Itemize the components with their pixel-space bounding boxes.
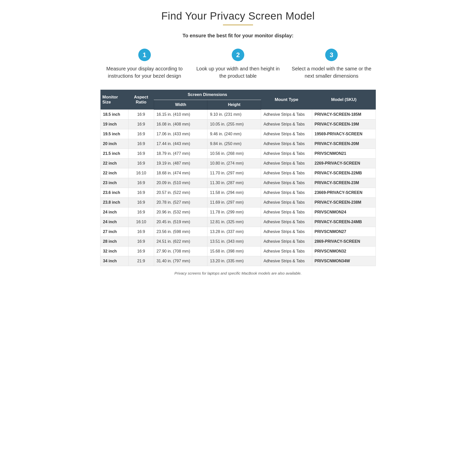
cell-width: 20.09 in. (510 mm) bbox=[154, 178, 207, 188]
cell-aspect-ratio: 16:9 bbox=[128, 159, 154, 168]
cell-aspect-ratio: 16:10 bbox=[128, 217, 154, 227]
table-row: 27 inch 16:9 23.56 in. (598 mm) 13.28 in… bbox=[100, 227, 376, 237]
cell-aspect-ratio: 16:9 bbox=[128, 227, 154, 237]
cell-sku: 19569-PRIVACY-SCREEN bbox=[312, 129, 376, 139]
step-1-circle: 1 bbox=[138, 49, 151, 61]
cell-width: 16.15 in. (410 mm) bbox=[154, 110, 207, 120]
cell-height: 10.80 in. (274 mm) bbox=[207, 159, 261, 168]
cell-height: 11.58 in. (294 mm) bbox=[207, 188, 261, 198]
cell-monitor-size: 19 inch bbox=[100, 120, 129, 129]
footer-note: Privacy screens for laptops and specific… bbox=[100, 271, 376, 275]
cell-aspect-ratio: 16:9 bbox=[128, 178, 154, 188]
cell-width: 17.44 in. (443 mm) bbox=[154, 139, 207, 149]
cell-height: 15.68 in. (398 mm) bbox=[207, 247, 261, 256]
cell-mount-type: Adhesive Strips & Tabs bbox=[261, 168, 312, 178]
subtitle: To ensure the best fit for your monitor … bbox=[100, 33, 376, 39]
screen-dimensions-header: Screen Dimensions bbox=[154, 90, 261, 100]
cell-monitor-size: 23.8 inch bbox=[100, 198, 129, 207]
cell-sku: 2869-PRIVACY-SCREEN bbox=[312, 237, 376, 247]
step-3-text: Select a model with the same or the next… bbox=[287, 65, 376, 80]
table-row: 24 inch 16:9 20.96 in. (532 mm) 11.78 in… bbox=[100, 207, 376, 217]
table-row: 28 inch 16:9 24.51 in. (622 mm) 13.51 in… bbox=[100, 237, 376, 247]
cell-sku: PRIVSCNMON34W bbox=[312, 256, 376, 266]
cell-aspect-ratio: 16:9 bbox=[128, 139, 154, 149]
cell-sku: PRIVSCNMON32 bbox=[312, 247, 376, 256]
cell-width: 20.96 in. (532 mm) bbox=[154, 207, 207, 217]
cell-monitor-size: 32 inch bbox=[100, 247, 129, 256]
cell-mount-type: Adhesive Strips & Tabs bbox=[261, 237, 312, 247]
cell-aspect-ratio: 16:9 bbox=[128, 198, 154, 207]
cell-monitor-size: 34 inch bbox=[100, 256, 129, 266]
cell-height: 11.69 in. (297 mm) bbox=[207, 198, 261, 207]
cell-monitor-size: 21.5 inch bbox=[100, 149, 129, 159]
cell-mount-type: Adhesive Strips & Tabs bbox=[261, 178, 312, 188]
table-row: 24 inch 16:10 20.45 in. (519 mm) 12.81 i… bbox=[100, 217, 376, 227]
cell-width: 23.56 in. (598 mm) bbox=[154, 227, 207, 237]
cell-width: 20.45 in. (519 mm) bbox=[154, 217, 207, 227]
table-row: 23 inch 16:9 20.09 in. (510 mm) 11.30 in… bbox=[100, 178, 376, 188]
cell-sku: PRIVACY-SCREEN-20M bbox=[312, 139, 376, 149]
cell-width: 19.19 in. (487 mm) bbox=[154, 159, 207, 168]
table-row: 21.5 inch 16:9 18.79 in. (477 mm) 10.56 … bbox=[100, 149, 376, 159]
cell-mount-type: Adhesive Strips & Tabs bbox=[261, 129, 312, 139]
product-table: Monitor Size Aspect Ratio Screen Dimensi… bbox=[100, 90, 376, 266]
cell-monitor-size: 23.6 inch bbox=[100, 188, 129, 198]
cell-width: 20.57 in. (522 mm) bbox=[154, 188, 207, 198]
cell-sku: 2269-PRIVACY-SCREEN bbox=[312, 159, 376, 168]
cell-aspect-ratio: 16:9 bbox=[128, 188, 154, 198]
cell-aspect-ratio: 16:9 bbox=[128, 110, 154, 120]
page-container: Find Your Privacy Screen Model To ensure… bbox=[100, 10, 376, 275]
cell-height: 13.28 in. (337 mm) bbox=[207, 227, 261, 237]
cell-mount-type: Adhesive Strips & Tabs bbox=[261, 198, 312, 207]
cell-aspect-ratio: 16:10 bbox=[128, 168, 154, 178]
cell-mount-type: Adhesive Strips & Tabs bbox=[261, 188, 312, 198]
cell-width: 27.90 in. (708 mm) bbox=[154, 247, 207, 256]
cell-monitor-size: 24 inch bbox=[100, 217, 129, 227]
cell-mount-type: Adhesive Strips & Tabs bbox=[261, 159, 312, 168]
cell-aspect-ratio: 16:9 bbox=[128, 120, 154, 129]
cell-sku: PRIVSCNMON21 bbox=[312, 149, 376, 159]
cell-height: 9.10 in. (231 mm) bbox=[207, 110, 261, 120]
cell-mount-type: Adhesive Strips & Tabs bbox=[261, 217, 312, 227]
cell-monitor-size: 22 inch bbox=[100, 159, 129, 168]
cell-monitor-size: 27 inch bbox=[100, 227, 129, 237]
page-title: Find Your Privacy Screen Model bbox=[100, 10, 376, 22]
step-1-text: Measure your display according to instru… bbox=[100, 65, 189, 80]
cell-mount-type: Adhesive Strips & Tabs bbox=[261, 120, 312, 129]
table-row: 22 inch 16:9 19.19 in. (487 mm) 10.80 in… bbox=[100, 159, 376, 168]
step-2: 2 Look up your width and then height in … bbox=[194, 49, 282, 80]
cell-mount-type: Adhesive Strips & Tabs bbox=[261, 139, 312, 149]
cell-height: 11.78 in. (299 mm) bbox=[207, 207, 261, 217]
cell-monitor-size: 24 inch bbox=[100, 207, 129, 217]
cell-monitor-size: 20 inch bbox=[100, 139, 129, 149]
gold-divider bbox=[223, 25, 253, 25]
cell-monitor-size: 22 inch bbox=[100, 168, 129, 178]
cell-aspect-ratio: 16:9 bbox=[128, 129, 154, 139]
table-row: 23.8 inch 16:9 20.78 in. (527 mm) 11.69 … bbox=[100, 198, 376, 207]
col-mount-type-header: Mount Type bbox=[261, 90, 312, 110]
table-row: 19.5 inch 16:9 17.06 in. (433 mm) 9.46 i… bbox=[100, 129, 376, 139]
cell-mount-type: Adhesive Strips & Tabs bbox=[261, 256, 312, 266]
table-row: 18.5 inch 16:9 16.15 in. (410 mm) 9.10 i… bbox=[100, 110, 376, 120]
col-monitor-size-header: Monitor Size bbox=[100, 90, 129, 110]
col-aspect-ratio-header: Aspect Ratio bbox=[128, 90, 154, 110]
steps-section: 1 Measure your display according to inst… bbox=[100, 49, 376, 80]
table-row: 22 inch 16:10 18.68 in. (474 mm) 11.70 i… bbox=[100, 168, 376, 178]
cell-width: 24.51 in. (622 mm) bbox=[154, 237, 207, 247]
table-row: 23.6 inch 16:9 20.57 in. (522 mm) 11.58 … bbox=[100, 188, 376, 198]
cell-aspect-ratio: 16:9 bbox=[128, 149, 154, 159]
cell-height: 10.56 in. (268 mm) bbox=[207, 149, 261, 159]
cell-aspect-ratio: 21:9 bbox=[128, 256, 154, 266]
cell-sku: PRIVSCNMON27 bbox=[312, 227, 376, 237]
cell-mount-type: Adhesive Strips & Tabs bbox=[261, 149, 312, 159]
cell-height: 9.84 in. (250 mm) bbox=[207, 139, 261, 149]
cell-mount-type: Adhesive Strips & Tabs bbox=[261, 227, 312, 237]
cell-aspect-ratio: 16:9 bbox=[128, 247, 154, 256]
cell-height: 11.30 in. (287 mm) bbox=[207, 178, 261, 188]
cell-aspect-ratio: 16:9 bbox=[128, 237, 154, 247]
table-row: 32 inch 16:9 27.90 in. (708 mm) 15.68 in… bbox=[100, 247, 376, 256]
cell-sku: PRIVACY-SCREEN-238M bbox=[312, 198, 376, 207]
step-3: 3 Select a model with the same or the ne… bbox=[287, 49, 376, 80]
step-2-circle: 2 bbox=[232, 49, 244, 61]
cell-width: 17.06 in. (433 mm) bbox=[154, 129, 207, 139]
